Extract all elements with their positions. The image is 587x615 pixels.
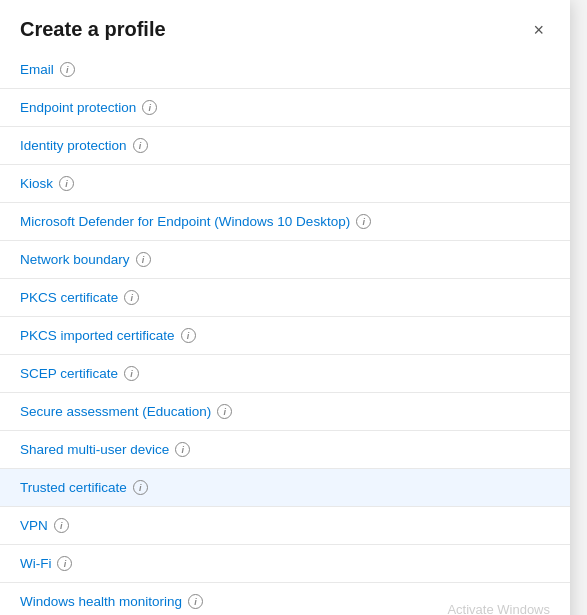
profile-type-list: EmailiEndpoint protectioniIdentity prote… [0, 51, 570, 615]
list-item[interactable]: PKCS certificatei [0, 279, 570, 317]
list-item-label: Kiosk [20, 176, 53, 191]
list-item[interactable]: Emaili [0, 51, 570, 89]
info-icon[interactable]: i [124, 366, 139, 381]
list-item[interactable]: Trusted certificatei [0, 469, 570, 507]
info-icon[interactable]: i [54, 518, 69, 533]
info-icon[interactable]: i [175, 442, 190, 457]
list-item[interactable]: Network boundaryi [0, 241, 570, 279]
create-profile-dialog: Create a profile × EmailiEndpoint protec… [0, 0, 570, 615]
dialog-header: Create a profile × [0, 0, 570, 51]
info-icon[interactable]: i [188, 594, 203, 609]
list-item-label: PKCS imported certificate [20, 328, 175, 343]
list-item-label: SCEP certificate [20, 366, 118, 381]
info-icon[interactable]: i [133, 138, 148, 153]
list-item-label: Identity protection [20, 138, 127, 153]
list-item[interactable]: Endpoint protectioni [0, 89, 570, 127]
info-icon[interactable]: i [60, 62, 75, 77]
info-icon[interactable]: i [142, 100, 157, 115]
info-icon[interactable]: i [217, 404, 232, 419]
list-item[interactable]: Windows health monitoringi [0, 583, 570, 615]
list-item-label: Network boundary [20, 252, 130, 267]
list-item-label: Microsoft Defender for Endpoint (Windows… [20, 214, 350, 229]
list-item-label: Secure assessment (Education) [20, 404, 211, 419]
list-item[interactable]: SCEP certificatei [0, 355, 570, 393]
list-item[interactable]: Identity protectioni [0, 127, 570, 165]
info-icon[interactable]: i [133, 480, 148, 495]
list-item[interactable]: PKCS imported certificatei [0, 317, 570, 355]
list-item[interactable]: VPNi [0, 507, 570, 545]
info-icon[interactable]: i [124, 290, 139, 305]
list-item-label: Windows health monitoring [20, 594, 182, 609]
list-item[interactable]: Microsoft Defender for Endpoint (Windows… [0, 203, 570, 241]
list-item-label: PKCS certificate [20, 290, 118, 305]
info-icon[interactable]: i [59, 176, 74, 191]
list-item-label: Shared multi-user device [20, 442, 169, 457]
list-item-label: VPN [20, 518, 48, 533]
list-item[interactable]: Secure assessment (Education)i [0, 393, 570, 431]
list-item-label: Email [20, 62, 54, 77]
list-item[interactable]: Wi-Fii [0, 545, 570, 583]
info-icon[interactable]: i [136, 252, 151, 267]
dialog-title: Create a profile [20, 18, 166, 41]
list-item-label: Wi-Fi [20, 556, 51, 571]
list-item-label: Endpoint protection [20, 100, 136, 115]
info-icon[interactable]: i [181, 328, 196, 343]
info-icon[interactable]: i [57, 556, 72, 571]
info-icon[interactable]: i [356, 214, 371, 229]
close-button[interactable]: × [527, 19, 550, 41]
list-item[interactable]: Shared multi-user devicei [0, 431, 570, 469]
list-item-label: Trusted certificate [20, 480, 127, 495]
list-item[interactable]: Kioski [0, 165, 570, 203]
